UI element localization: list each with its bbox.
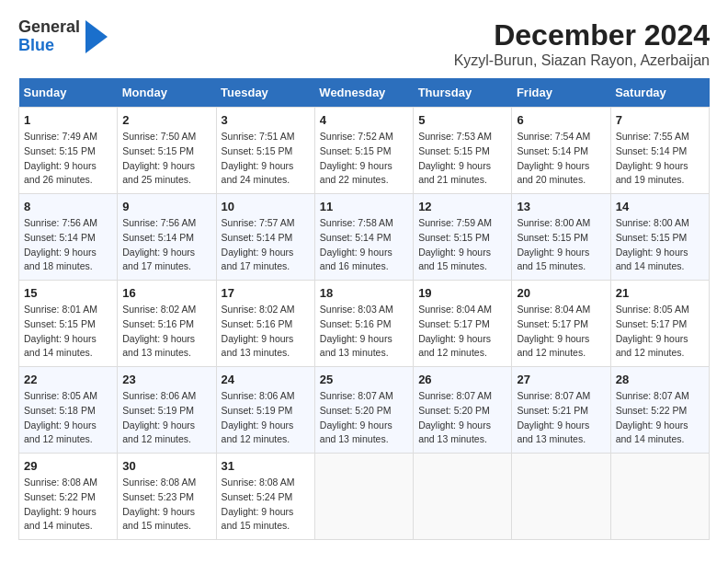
column-header-tuesday: Tuesday [216,78,314,108]
day-info: Sunrise: 8:04 AMSunset: 5:17 PMDaylight:… [517,303,605,361]
day-number: 5 [418,113,506,127]
calendar-cell: 12Sunrise: 7:59 AMSunset: 5:15 PMDayligh… [414,194,512,281]
calendar-subtitle: Kyzyl-Burun, Siazan Rayon, Azerbaijan [454,52,710,69]
day-info: Sunrise: 8:07 AMSunset: 5:21 PMDaylight:… [517,389,605,447]
day-number: 29 [24,459,112,473]
day-info: Sunrise: 7:56 AMSunset: 5:14 PMDaylight:… [24,216,112,274]
day-number: 12 [418,200,506,213]
calendar-cell: 24Sunrise: 8:06 AMSunset: 5:19 PMDayligh… [216,367,314,454]
day-number: 15 [24,286,112,300]
calendar-cell: 23Sunrise: 8:06 AMSunset: 5:19 PMDayligh… [118,367,216,454]
calendar-cell: 4Sunrise: 7:52 AMSunset: 5:15 PMDaylight… [314,108,413,194]
calendar-week-5: 29Sunrise: 8:08 AMSunset: 5:22 PMDayligh… [19,454,710,540]
day-info: Sunrise: 8:01 AMSunset: 5:15 PMDaylight:… [24,303,112,361]
day-info: Sunrise: 8:07 AMSunset: 5:20 PMDaylight:… [320,389,408,447]
calendar-week-3: 15Sunrise: 8:01 AMSunset: 5:15 PMDayligh… [19,281,710,367]
calendar-cell: 15Sunrise: 8:01 AMSunset: 5:15 PMDayligh… [19,281,118,367]
day-number: 4 [320,113,408,127]
page-header: General Blue December 2024 Kyzyl-Burun, … [18,18,710,69]
column-header-saturday: Saturday [610,78,709,108]
day-number: 14 [616,200,704,213]
day-number: 17 [222,286,310,300]
calendar-cell: 2Sunrise: 7:50 AMSunset: 5:15 PMDaylight… [118,108,216,194]
calendar-cell: 13Sunrise: 8:00 AMSunset: 5:15 PMDayligh… [512,194,610,281]
title-block: December 2024 Kyzyl-Burun, Siazan Rayon,… [454,18,710,69]
day-number: 13 [517,200,605,213]
calendar-cell: 27Sunrise: 8:07 AMSunset: 5:21 PMDayligh… [512,367,610,454]
day-number: 7 [616,113,704,127]
day-info: Sunrise: 8:08 AMSunset: 5:22 PMDaylight:… [24,476,112,534]
calendar-cell: 10Sunrise: 7:57 AMSunset: 5:14 PMDayligh… [216,194,314,281]
calendar-cell [512,454,610,540]
day-info: Sunrise: 7:59 AMSunset: 5:15 PMDaylight:… [418,216,506,274]
day-number: 25 [320,373,408,386]
column-header-friday: Friday [512,78,610,108]
day-number: 2 [122,113,210,127]
day-info: Sunrise: 7:49 AMSunset: 5:15 PMDaylight:… [24,130,112,188]
calendar-cell: 11Sunrise: 7:58 AMSunset: 5:14 PMDayligh… [314,194,413,281]
day-number: 3 [222,113,310,127]
day-number: 27 [517,373,605,386]
day-number: 1 [24,113,112,127]
calendar-cell: 22Sunrise: 8:05 AMSunset: 5:18 PMDayligh… [19,367,118,454]
logo-blue: Blue [18,37,80,55]
day-number: 19 [418,286,506,300]
calendar-cell: 8Sunrise: 7:56 AMSunset: 5:14 PMDaylight… [19,194,118,281]
calendar-cell: 25Sunrise: 8:07 AMSunset: 5:20 PMDayligh… [314,367,413,454]
column-header-sunday: Sunday [19,78,118,108]
day-info: Sunrise: 8:07 AMSunset: 5:22 PMDaylight:… [616,389,704,447]
day-info: Sunrise: 8:07 AMSunset: 5:20 PMDaylight:… [418,389,506,447]
column-header-monday: Monday [118,78,216,108]
day-number: 22 [24,373,112,386]
day-number: 6 [517,113,605,127]
calendar-title: December 2024 [454,18,710,52]
day-number: 8 [24,200,112,213]
logo: General Blue [18,18,108,55]
day-number: 18 [320,286,408,300]
day-number: 21 [616,286,704,300]
day-info: Sunrise: 8:05 AMSunset: 5:17 PMDaylight:… [616,303,704,361]
calendar-cell: 16Sunrise: 8:02 AMSunset: 5:16 PMDayligh… [118,281,216,367]
logo-arrow-icon [85,20,108,53]
day-info: Sunrise: 8:02 AMSunset: 5:16 PMDaylight:… [122,303,210,361]
day-info: Sunrise: 8:02 AMSunset: 5:16 PMDaylight:… [222,303,310,361]
day-info: Sunrise: 7:54 AMSunset: 5:14 PMDaylight:… [517,130,605,188]
calendar-week-2: 8Sunrise: 7:56 AMSunset: 5:14 PMDaylight… [19,194,710,281]
calendar-cell: 20Sunrise: 8:04 AMSunset: 5:17 PMDayligh… [512,281,610,367]
day-number: 24 [222,373,310,386]
calendar-cell: 18Sunrise: 8:03 AMSunset: 5:16 PMDayligh… [314,281,413,367]
calendar-header-row: SundayMondayTuesdayWednesdayThursdayFrid… [19,78,710,108]
day-info: Sunrise: 8:00 AMSunset: 5:15 PMDaylight:… [616,216,704,274]
day-info: Sunrise: 8:04 AMSunset: 5:17 PMDaylight:… [418,303,506,361]
calendar-cell: 7Sunrise: 7:55 AMSunset: 5:14 PMDaylight… [610,108,709,194]
day-number: 16 [122,286,210,300]
calendar-cell: 6Sunrise: 7:54 AMSunset: 5:14 PMDaylight… [512,108,610,194]
day-number: 31 [222,459,310,473]
calendar-cell: 29Sunrise: 8:08 AMSunset: 5:22 PMDayligh… [19,454,118,540]
day-info: Sunrise: 7:51 AMSunset: 5:15 PMDaylight:… [222,130,310,188]
calendar-cell: 19Sunrise: 8:04 AMSunset: 5:17 PMDayligh… [414,281,512,367]
column-header-wednesday: Wednesday [314,78,413,108]
day-info: Sunrise: 7:52 AMSunset: 5:15 PMDaylight:… [320,130,408,188]
day-info: Sunrise: 7:58 AMSunset: 5:14 PMDaylight:… [320,216,408,274]
day-info: Sunrise: 8:00 AMSunset: 5:15 PMDaylight:… [517,216,605,274]
day-number: 26 [418,373,506,386]
day-info: Sunrise: 8:06 AMSunset: 5:19 PMDaylight:… [122,389,210,447]
calendar-cell: 30Sunrise: 8:08 AMSunset: 5:23 PMDayligh… [118,454,216,540]
day-info: Sunrise: 8:08 AMSunset: 5:23 PMDaylight:… [122,476,210,534]
day-number: 9 [122,200,210,213]
day-number: 10 [222,200,310,213]
day-number: 23 [122,373,210,386]
calendar-cell [414,454,512,540]
day-info: Sunrise: 8:08 AMSunset: 5:24 PMDaylight:… [222,476,310,534]
day-info: Sunrise: 8:03 AMSunset: 5:16 PMDaylight:… [320,303,408,361]
calendar-cell: 17Sunrise: 8:02 AMSunset: 5:16 PMDayligh… [216,281,314,367]
calendar-cell: 28Sunrise: 8:07 AMSunset: 5:22 PMDayligh… [610,367,709,454]
day-number: 20 [517,286,605,300]
day-info: Sunrise: 8:06 AMSunset: 5:19 PMDaylight:… [222,389,310,447]
day-info: Sunrise: 7:50 AMSunset: 5:15 PMDaylight:… [122,130,210,188]
day-number: 11 [320,200,408,213]
day-info: Sunrise: 8:05 AMSunset: 5:18 PMDaylight:… [24,389,112,447]
calendar-body: 1Sunrise: 7:49 AMSunset: 5:15 PMDaylight… [19,108,710,540]
calendar-cell: 14Sunrise: 8:00 AMSunset: 5:15 PMDayligh… [610,194,709,281]
